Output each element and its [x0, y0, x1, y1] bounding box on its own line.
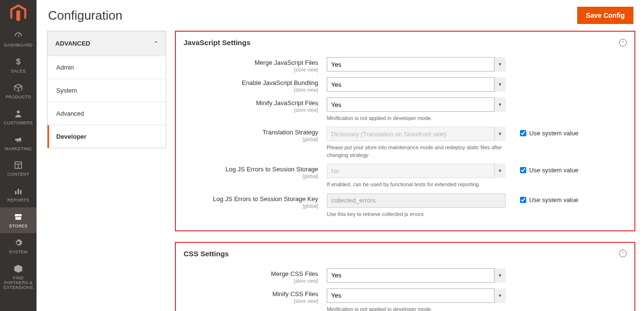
fieldset-title: CSS Settings: [184, 250, 229, 258]
page-title: Configuration: [48, 8, 123, 23]
admin-sidebar: DASHBOARD $ SALES PRODUCTS CUSTOMERS MAR…: [0, 0, 37, 311]
field-scope: [global]: [183, 137, 318, 142]
nav-label: STORES: [9, 224, 28, 229]
field-scope: [global]: [183, 203, 318, 209]
config-item-developer[interactable]: Developer: [48, 125, 166, 148]
gear-icon: [14, 238, 23, 248]
svg-rect-5: [15, 191, 16, 194]
field-note: Minification is not applied in developer…: [327, 306, 505, 311]
field-label: Merge JavaScript Files: [255, 59, 318, 66]
use-system-label: Use system value: [529, 167, 579, 174]
field-label: Log JS Errors to Session Storage: [225, 166, 318, 173]
field-label: Minify JavaScript Files: [256, 99, 318, 107]
svg-rect-7: [20, 190, 22, 194]
field-note: Use this key to retrieve collected js er…: [327, 211, 505, 218]
field-scope: [store view]: [183, 278, 318, 284]
field-note: If enabled, can be used by functional te…: [327, 181, 505, 188]
minify-css-select[interactable]: Yes: [327, 288, 506, 303]
person-icon: [14, 108, 23, 119]
box-icon: [13, 83, 23, 93]
collapse-icon[interactable]: ⌃: [619, 250, 627, 257]
nav-label: PRODUCTS: [6, 95, 31, 100]
svg-point-1: [17, 110, 20, 113]
nav-label: FIND PARTNERS & EXTENSIONS: [2, 276, 35, 290]
fieldset-javascript-settings: JavaScript Settings ⌃ Merge JavaScript F…: [175, 31, 635, 231]
store-icon: [13, 212, 23, 222]
field-label: Log JS Errors to Session Storage Key: [213, 195, 318, 203]
puzzle-icon: [13, 263, 23, 274]
fieldset-title: JavaScript Settings: [184, 38, 250, 47]
nav-system[interactable]: SYSTEM: [0, 233, 37, 259]
field-scope: [store view]: [183, 87, 318, 93]
nav-label: CONTENT: [7, 172, 29, 177]
log-js-key-input: [327, 193, 506, 208]
field-note: Minification is not applied in developer…: [327, 115, 505, 122]
field-scope: [store view]: [183, 299, 318, 304]
nav-reports[interactable]: REPORTS: [0, 181, 37, 207]
config-item-admin[interactable]: Admin: [48, 56, 166, 79]
svg-text:$: $: [16, 58, 20, 66]
nav-label: REPORTS: [7, 198, 29, 203]
field-label: Translation Strategy: [262, 129, 318, 136]
field-note: Please put your store into maintenance m…: [327, 144, 505, 159]
dollar-icon: $: [14, 57, 23, 67]
field-label: Enable JavaScript Bundling: [242, 79, 318, 86]
field-scope: [store view]: [183, 67, 318, 72]
layout-icon: [14, 160, 23, 170]
field-scope: [store view]: [183, 108, 318, 113]
nav-content[interactable]: CONTENT: [0, 156, 37, 181]
nav-sales[interactable]: $ SALES: [0, 52, 37, 78]
nav-marketing[interactable]: MARKETING: [0, 130, 37, 156]
field-label: Merge CSS Files: [271, 270, 318, 277]
dashboard-icon: [13, 31, 23, 41]
collapse-icon[interactable]: ⌃: [619, 39, 627, 47]
translation-strategy-select: Dictionary (Translation on Storefront si…: [327, 127, 506, 141]
js-bundling-select[interactable]: Yes: [327, 77, 506, 92]
chart-icon: [14, 186, 23, 196]
megaphone-icon: [13, 134, 23, 145]
nav-label: SYSTEM: [9, 250, 28, 255]
page-header: Configuration Save Config: [37, 0, 644, 31]
nav-label: SALES: [11, 69, 26, 74]
field-label: Minify CSS Files: [272, 290, 318, 298]
use-system-label: Use system value: [529, 130, 579, 137]
merge-css-select[interactable]: Yes: [327, 268, 506, 283]
nav-dashboard[interactable]: DASHBOARD: [0, 26, 37, 52]
svg-rect-6: [18, 189, 19, 194]
minify-js-select[interactable]: Yes: [327, 97, 506, 112]
merge-js-select[interactable]: Yes: [327, 57, 506, 72]
log-js-errors-select: No: [327, 164, 506, 178]
use-system-checkbox[interactable]: [520, 130, 526, 136]
fieldset-css-settings: CSS Settings ⌃ Merge CSS Files[store vie…: [175, 242, 635, 311]
config-item-advanced[interactable]: Advanced: [48, 102, 166, 125]
save-config-button[interactable]: Save Config: [577, 7, 633, 24]
use-system-checkbox[interactable]: [520, 197, 526, 203]
nav-stores[interactable]: STORES: [0, 207, 37, 233]
config-group-label: ADVANCED: [55, 40, 90, 47]
use-system-checkbox[interactable]: [520, 167, 526, 173]
magento-logo[interactable]: [0, 0, 37, 26]
nav-label: DASHBOARD: [4, 43, 33, 48]
nav-partners[interactable]: FIND PARTNERS & EXTENSIONS: [0, 259, 37, 295]
nav-label: MARKETING: [5, 147, 32, 152]
config-nav: ADVANCED ⌃ Admin System Advanced Develop…: [37, 31, 166, 311]
use-system-label: Use system value: [529, 196, 579, 203]
field-scope: [global]: [183, 174, 318, 179]
config-group-advanced[interactable]: ADVANCED ⌃: [48, 31, 166, 56]
chevron-up-icon: ⌃: [154, 40, 158, 47]
config-item-system[interactable]: System: [48, 79, 166, 102]
nav-products[interactable]: PRODUCTS: [0, 78, 37, 104]
settings-panel: JavaScript Settings ⌃ Merge JavaScript F…: [166, 31, 644, 311]
nav-customers[interactable]: CUSTOMERS: [0, 104, 37, 130]
nav-label: CUSTOMERS: [4, 121, 33, 126]
